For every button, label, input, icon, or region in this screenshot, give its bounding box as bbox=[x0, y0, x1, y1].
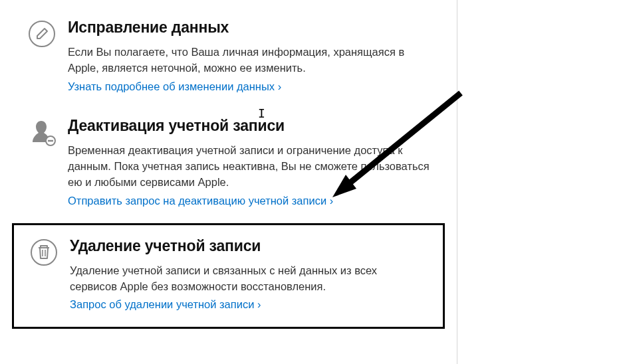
section-correct-data: Исправление данных Если Вы полагаете, чт… bbox=[0, 7, 457, 105]
section-deactivate-account: Деактивация учетной записи Временная деа… bbox=[0, 105, 457, 219]
deactivate-account-link[interactable]: Отправить запрос на деактивацию учетной … bbox=[68, 195, 333, 207]
section-body: Исправление данных Если Вы полагаете, чт… bbox=[68, 19, 457, 93]
highlighted-delete-box: Удаление учетной записи Удаление учетной… bbox=[12, 223, 445, 329]
svg-point-3 bbox=[31, 240, 57, 265]
delete-account-link[interactable]: Запрос об удалении учетной записи bbox=[70, 298, 261, 311]
section-description: Удаление учетной записи и связанных с не… bbox=[70, 263, 423, 295]
section-title: Удаление учетной записи bbox=[70, 237, 423, 255]
section-body: Деактивация учетной записи Временная деа… bbox=[68, 117, 457, 207]
settings-panel: Исправление данных Если Вы полагаете, чт… bbox=[0, 0, 457, 364]
section-title: Исправление данных bbox=[68, 19, 437, 37]
correct-data-link[interactable]: Узнать подробнее об изменении данных bbox=[68, 80, 281, 93]
person-deactivate-icon bbox=[28, 117, 68, 147]
pencil-icon bbox=[28, 19, 68, 48]
section-description: Если Вы полагаете, что Ваша личная инфор… bbox=[68, 45, 437, 76]
section-description: Временная деактивация учетной записи и о… bbox=[68, 143, 437, 191]
section-delete-account: Удаление учетной записи Удаление учетной… bbox=[14, 225, 443, 327]
section-body: Удаление учетной записи Удаление учетной… bbox=[70, 237, 443, 312]
section-title: Деактивация учетной записи bbox=[68, 117, 437, 135]
svg-point-0 bbox=[29, 21, 55, 46]
trash-icon bbox=[30, 237, 70, 266]
